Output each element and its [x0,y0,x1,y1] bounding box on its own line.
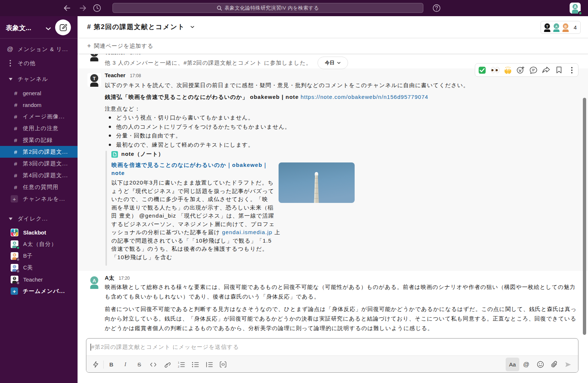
svg-text:B: B [14,254,15,256]
svg-text:A: A [555,24,558,28]
svg-text:T: T [93,76,96,81]
svg-text:A: A [93,278,96,283]
svg-text:T: T [14,277,15,280]
svg-text:1: 1 [178,362,179,364]
svg-text:C: C [14,265,15,268]
svg-text:B: B [564,24,567,28]
svg-text:T: T [93,54,96,56]
svg-text:2: 2 [178,365,179,368]
svg-text:A: A [574,5,576,9]
svg-text:A: A [14,242,15,244]
svg-text:T: T [546,24,548,28]
